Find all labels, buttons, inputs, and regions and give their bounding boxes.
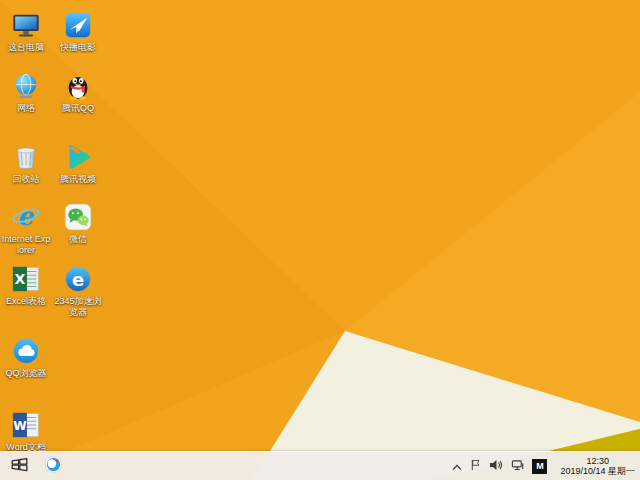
network-button[interactable] [511, 457, 524, 475]
desktop-icon-label: Excel表格 [6, 296, 46, 307]
desktop-icon-qq-browser[interactable]: QQ浏览器 [1, 336, 51, 379]
desktop-icon-label: 腾讯视频 [60, 174, 96, 185]
volume-button[interactable] [489, 457, 503, 475]
svg-text:e: e [72, 269, 84, 290]
desktop-icon-excel[interactable]: X Excel表格 [1, 264, 51, 307]
desktop-icon-label: 2345加速浏览器 [53, 296, 103, 317]
qq-penguin-icon [63, 71, 93, 101]
desktop-icon-this-pc[interactable]: 这台电脑 [1, 10, 51, 53]
chevron-up-icon [452, 457, 462, 475]
network-globe-icon [11, 71, 41, 101]
start-button[interactable] [0, 452, 38, 480]
desktop-icon-label: QQ浏览器 [5, 368, 46, 379]
system-tray: M 12:30 2019/10/14 星期一 [452, 456, 640, 476]
desktop-icon-network[interactable]: 网络 [1, 71, 51, 114]
show-hidden-icons-button[interactable] [452, 457, 462, 475]
pinned-browser-icon [44, 455, 63, 477]
this-pc-icon [11, 10, 41, 40]
svg-text:W: W [13, 419, 27, 433]
desktop-icon-kuaibo-movie[interactable]: 快播电影 [53, 10, 103, 53]
action-center-button[interactable] [470, 457, 481, 475]
pinned-browser-button[interactable] [38, 452, 68, 480]
2345-browser-icon: e [63, 264, 93, 294]
desktop: 这台电脑 网络 回 [0, 0, 640, 480]
speaker-icon [489, 457, 503, 475]
desktop-icon-label: 这台电脑 [8, 42, 44, 53]
desktop-icon-label: Internet Explorer [1, 234, 51, 255]
tencent-video-play-icon [63, 142, 93, 172]
clock-date: 2019/10/14 星期一 [560, 466, 635, 476]
network-status-icon [511, 457, 524, 475]
desktop-icon-tencent-video[interactable]: 腾讯视频 [53, 142, 103, 185]
excel-icon: X [11, 264, 41, 294]
svg-text:e: e [17, 202, 35, 231]
desktop-icon-tencent-qq[interactable]: 腾讯QQ [53, 71, 103, 114]
recycle-bin-icon [11, 142, 41, 172]
wechat-icon [63, 202, 93, 232]
windows-logo-icon [11, 457, 28, 475]
taskbar-clock[interactable]: 12:30 2019/10/14 星期一 [560, 456, 635, 476]
taskbar: M 12:30 2019/10/14 星期一 [0, 451, 640, 480]
desktop-icon-internet-explorer[interactable]: e Internet Explorer [1, 202, 51, 255]
word-icon: W [11, 410, 41, 440]
desktop-icon-label: 网络 [17, 103, 35, 114]
desktop-icon-label: 微信 [69, 234, 87, 245]
desktop-icon-label: 腾讯QQ [62, 103, 94, 114]
svg-text:X: X [14, 271, 25, 287]
desktop-icon-word[interactable]: W Word文档 [1, 410, 51, 453]
clock-time: 12:30 [560, 456, 635, 466]
desktop-icon-label: 快播电影 [60, 42, 96, 53]
desktop-icon-2345-browser[interactable]: e 2345加速浏览器 [53, 264, 103, 317]
desktop-icon-wechat[interactable]: 微信 [53, 202, 103, 245]
internet-explorer-icon: e [11, 202, 41, 232]
kuaibo-player-icon [63, 10, 93, 40]
qq-browser-cloud-icon [11, 336, 41, 366]
ime-indicator[interactable]: M [532, 459, 547, 474]
desktop-icon-recycle-bin[interactable]: 回收站 [1, 142, 51, 185]
action-center-flag-icon [470, 457, 481, 475]
desktop-icon-label: 回收站 [13, 174, 40, 185]
